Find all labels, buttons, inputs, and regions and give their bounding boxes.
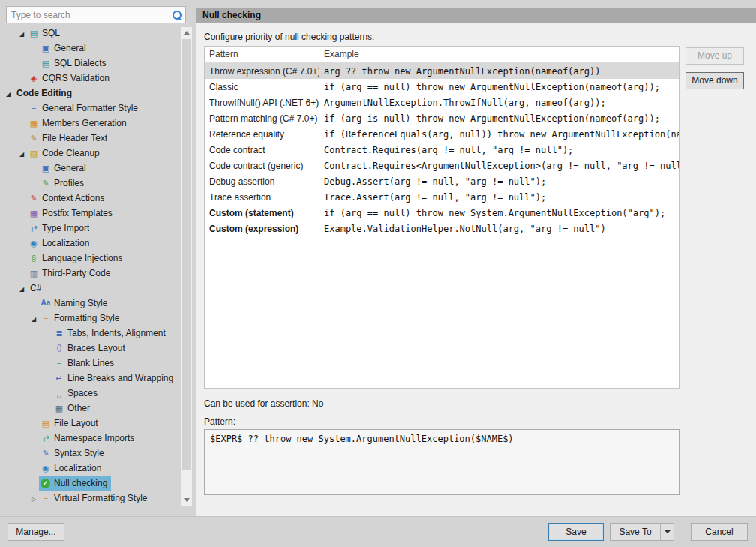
sidebar-item-third-party-code[interactable]: ▥Third-Party Code (0, 266, 180, 281)
sidebar-item-members-generation[interactable]: ▦Members Generation (0, 116, 180, 131)
line-breaks-icon: ↵ (53, 372, 65, 384)
sidebar-item-syntax-style[interactable]: ✎Syntax Style (0, 446, 180, 461)
patterns-table[interactable]: Pattern Example Throw expression (C# 7.0… (204, 46, 680, 389)
sidebar-item-virtual-formatting-style[interactable]: ≡Virtual Formatting Style (0, 491, 180, 506)
tree-item-content: ▦Postfix Templates (27, 206, 116, 221)
expander-icon[interactable] (16, 283, 27, 293)
sidebar-item-label: Members Generation (40, 118, 127, 128)
column-header-pattern[interactable]: Pattern (205, 47, 320, 62)
sidebar-item-code-cleanup[interactable]: ▨Code Cleanup (0, 146, 180, 161)
braces-layout-icon: () (53, 342, 65, 354)
tree-item-content: ≡General Formatter Style (27, 101, 142, 116)
sidebar-item-profiles[interactable]: ✎Profiles (0, 176, 180, 191)
formatter-style-icon: ≡ (28, 102, 40, 114)
sidebar-item-label: File Layout (52, 418, 98, 428)
sidebar-item-line-breaks-wrapping[interactable]: ↵Line Breaks and Wrapping (0, 371, 180, 386)
sidebar-item-language-injections[interactable]: §Language Injections (0, 251, 180, 266)
footer-bar: Manage... Save Save To Cancel (0, 516, 756, 547)
pattern-cell: Code contract (205, 145, 320, 155)
table-row[interactable]: Reference equalityif (ReferenceEquals(ar… (205, 126, 679, 142)
expander-icon[interactable] (28, 493, 39, 503)
table-row[interactable]: Debug assertionDebug.Assert(arg != null,… (205, 173, 679, 189)
sidebar-item-postfix-templates[interactable]: ▦Postfix Templates (0, 206, 180, 221)
sidebar-item-file-layout[interactable]: ▤File Layout (0, 416, 180, 431)
tree-item-content: ▦Members Generation (27, 116, 130, 131)
tree-item-content: ◉Localization (27, 236, 93, 251)
search-input[interactable] (7, 10, 172, 20)
table-row[interactable]: Code contractContract.Requires(arg != nu… (205, 142, 679, 158)
sidebar-item-csharp-localization[interactable]: ◉Localization (0, 461, 180, 476)
sidebar-item-naming-style[interactable]: AaNaming Style (0, 296, 180, 311)
sidebar-item-braces-layout[interactable]: ()Braces Layout (0, 341, 180, 356)
expander-icon[interactable] (28, 313, 39, 323)
table-row[interactable]: Trace assertionTrace.Assert(arg != null,… (205, 189, 679, 205)
null-checking-icon: ✓ (40, 479, 50, 488)
sidebar-item-code-cleanup-general[interactable]: ▣General (0, 161, 180, 176)
pattern-editor[interactable]: $EXPR$ ?? throw new System.ArgumentNullE… (204, 429, 680, 495)
sidebar-item-sql[interactable]: ▤SQL (0, 26, 180, 41)
profiles-icon: ✎ (40, 177, 52, 189)
manage-button[interactable]: Manage... (8, 523, 64, 541)
chevron-down-icon[interactable] (660, 524, 674, 540)
sidebar-item-cqrs-validation[interactable]: ◈CQRS Validation (0, 71, 180, 86)
search-icon[interactable] (172, 10, 182, 20)
settings-tree: ▤SQL ▣General ▤SQL Dialects ◈CQRS Valida… (0, 26, 180, 506)
move-down-button[interactable]: Move down (686, 72, 744, 89)
table-row[interactable]: Pattern matching (C# 7.0+)if (arg is nul… (205, 110, 679, 126)
sidebar-item-label: General (52, 43, 86, 53)
sidebar-item-label: Postfix Templates (40, 208, 112, 218)
naming-style-icon: Aa (40, 297, 52, 309)
expander-icon[interactable] (16, 148, 27, 158)
table-row[interactable]: Custom (expression)Example.ValidationHel… (205, 221, 679, 236)
scrollbar-down-icon[interactable] (181, 494, 192, 506)
tabs-indents-icon: ≣ (53, 327, 65, 339)
tree-item-content: ≣Tabs, Indents, Alignment (52, 326, 170, 341)
sidebar-scrollbar[interactable] (181, 27, 192, 506)
sidebar-item-namespace-imports[interactable]: ⇄Namespace Imports (0, 431, 180, 446)
sidebar-item-formatting-style[interactable]: ≡Formatting Style (0, 311, 180, 326)
formatting-style-icon: ≡ (40, 312, 52, 324)
sidebar-item-label: Virtual Formatting Style (52, 493, 148, 503)
table-row[interactable]: ThrowIfNull() API (.NET 6+)ArgumentNullE… (205, 95, 679, 110)
example-cell: if (arg is null) throw new ArgumentNullE… (320, 113, 679, 124)
sidebar-item-blank-lines[interactable]: ≡Blank Lines (0, 356, 180, 371)
table-row[interactable]: Classicif (arg == null) throw new Argume… (205, 79, 679, 95)
sidebar-item-sql-dialects[interactable]: ▤SQL Dialects (0, 56, 180, 71)
save-button[interactable]: Save (548, 523, 604, 541)
sidebar-item-type-import[interactable]: ⇄Type Import (0, 221, 180, 236)
scrollbar-thumb[interactable] (182, 39, 191, 470)
search-box[interactable] (6, 6, 186, 23)
expander-icon[interactable] (16, 28, 27, 38)
sidebar-item-general-formatter-style[interactable]: ≡General Formatter Style (0, 101, 180, 116)
sidebar-item-spaces[interactable]: ␣Spaces (0, 386, 180, 401)
save-to-button[interactable]: Save To (610, 523, 674, 541)
column-header-example[interactable]: Example (320, 47, 679, 62)
sidebar-item-file-header-text[interactable]: ✎File Header Text (0, 131, 180, 146)
scrollbar-up-icon[interactable] (181, 27, 192, 38)
table-row[interactable]: Code contract (generic)Contract.Requires… (205, 158, 679, 173)
sidebar-item-context-actions[interactable]: ✎Context Actions (0, 191, 180, 206)
sidebar-item-label: SQL (40, 28, 60, 38)
localization-icon: ◉ (28, 237, 40, 249)
settings-icon: ▣ (40, 162, 52, 174)
cancel-button[interactable]: Cancel (691, 523, 748, 541)
sidebar-item-null-checking[interactable]: ✓Null checking (0, 476, 180, 491)
third-party-icon: ▥ (28, 267, 40, 279)
expander-icon[interactable] (3, 88, 14, 98)
sidebar-item-code-editing[interactable]: Code Editing (0, 86, 180, 101)
example-cell: Trace.Assert(arg != null, "arg != null")… (320, 192, 679, 203)
sidebar-item-label: Spaces (65, 388, 98, 398)
sidebar-item-csharp[interactable]: C# (0, 281, 180, 296)
tree-item-content: ✎Context Actions (27, 191, 108, 206)
table-row[interactable]: Custom (statement)if (arg == null) throw… (205, 205, 679, 221)
sidebar-item-localization[interactable]: ◉Localization (0, 236, 180, 251)
example-cell: Contract.Requires<ArgumentNullException>… (320, 161, 679, 171)
tree-item-content: AaNaming Style (39, 296, 111, 311)
move-up-button[interactable]: Move up (686, 47, 744, 65)
database-icon: ▤ (28, 27, 40, 39)
table-row[interactable]: Throw expression (C# 7.0+)arg ?? throw n… (205, 63, 679, 79)
sidebar-item-tabs-indents-alignment[interactable]: ≣Tabs, Indents, Alignment (0, 326, 180, 341)
pattern-cell: Code contract (generic) (205, 161, 320, 171)
sidebar-item-sql-general[interactable]: ▣General (0, 41, 180, 56)
sidebar-item-other[interactable]: ▦Other (0, 401, 180, 416)
